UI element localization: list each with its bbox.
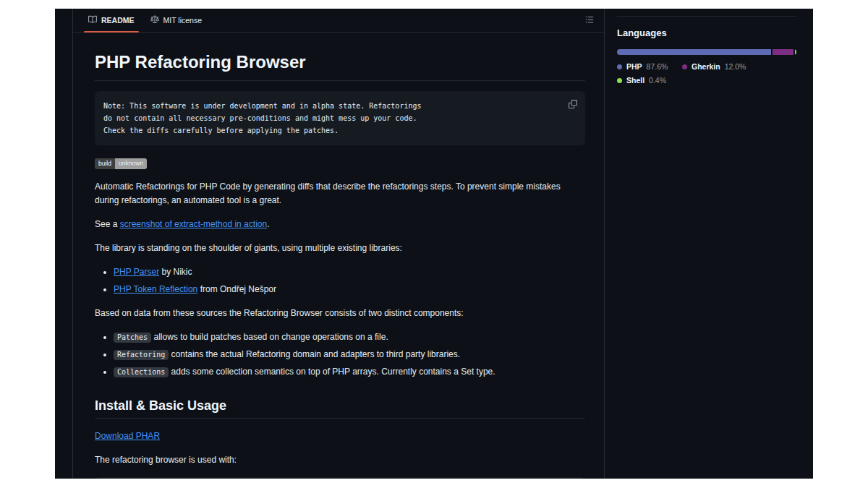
badge-label: build [95,158,115,169]
language-bar-segment-php[interactable] [617,49,771,55]
text-fragment: from Ondřej Nešpor [197,284,276,294]
language-percent: 87.6% [647,62,668,71]
sidebar-divider [617,16,796,17]
php-token-reflection-link[interactable]: PHP Token Reflection [114,284,197,294]
language-item-shell[interactable]: Shell 0.4% [617,76,682,85]
language-dot [617,78,622,83]
copy-icon [569,99,577,113]
text-fragment: allows to build patches based on change … [151,332,388,342]
outline-button[interactable] [582,12,597,29]
book-icon [88,15,97,25]
text-fragment: See a [95,219,120,229]
screenshot-paragraph: See a screenshot of extract-method in ac… [95,218,585,231]
readme-content: PHP Refactoring Browser Note: This softw… [73,33,604,479]
outline-icon [585,14,594,27]
libraries-list: PHP Parser by Nikic PHP Token Reflection… [95,265,585,296]
languages-heading: Languages [617,27,796,38]
inline-code: Collections [114,367,169,377]
usage-paragraph: The refactoring browser is used with: [95,453,585,467]
page-title: PHP Refactoring Browser [95,51,585,81]
list-item: Refactoring contains the actual Refactor… [114,348,585,361]
components-list: Patches allows to build patches based on… [95,330,585,379]
usage-code-block [95,477,585,479]
inline-code: Patches [114,333,151,343]
php-parser-link[interactable]: PHP Parser [114,267,159,277]
language-percent: 0.4% [649,76,666,85]
intro-paragraph: Automatic Refactorings for PHP Code by g… [95,180,585,207]
text-fragment: adds some collection semantics on top of… [169,367,495,377]
copy-button[interactable] [566,97,579,115]
inline-code: Refactoring [114,350,169,360]
language-name: PHP [626,62,642,71]
languages-legend: PHP 87.6% Gherkin 12.0% Shell 0.4% [617,62,796,85]
language-dot [682,64,687,69]
readme-panel: README MIT license PHP Refactoring Brows… [72,9,605,479]
download-phar-link[interactable]: Download PHAR [95,431,160,441]
tab-mit-license[interactable]: MIT license [145,9,208,32]
badge-value: unknown [115,158,147,169]
text-fragment: . [267,219,269,229]
language-percent: 12.0% [725,62,746,71]
text-fragment: contains the actual Refactoring domain a… [169,349,460,359]
note-code-text: Note: This software is under development… [103,100,576,137]
language-dot [617,64,622,69]
based-on-paragraph: Based on data from these sources the Ref… [95,307,585,320]
library-paragraph: The library is standing on the shoulder … [95,241,585,255]
tab-readme-label: README [101,16,135,25]
language-bar-segment-shell[interactable] [795,49,796,55]
text-fragment: by Nikic [159,267,192,277]
active-tab-underline [84,31,139,33]
repository-page: README MIT license PHP Refactoring Brows… [55,9,813,479]
readme-header: README MIT license [73,9,604,33]
note-code-block: Note: This software is under development… [95,91,585,145]
languages-bar [617,49,796,55]
language-name: Gherkin [692,62,720,71]
language-item-gherkin[interactable]: Gherkin 12.0% [682,62,796,71]
list-item: Collections adds some collection semanti… [114,365,585,379]
screenshot-link[interactable]: screenshot of extract-method in action [120,219,267,229]
tab-readme[interactable]: README [82,9,140,32]
language-name: Shell [626,76,644,85]
install-heading: Install & Basic Usage [95,398,585,419]
language-item-php[interactable]: PHP 87.6% [617,62,682,71]
law-icon [150,15,159,25]
list-item: PHP Parser by Nikic [114,265,585,279]
sidebar: Languages PHP 87.6% Gherkin 12.0% Shell … [617,9,796,85]
build-status-badge[interactable]: build unknown [95,158,147,169]
list-item: Patches allows to build patches based on… [114,330,585,344]
language-bar-segment-gherkin[interactable] [773,49,793,55]
tab-mit-license-label: MIT license [163,16,203,25]
list-item: PHP Token Reflection from Ondřej Nešpor [114,283,585,296]
download-paragraph: Download PHAR [95,429,585,443]
